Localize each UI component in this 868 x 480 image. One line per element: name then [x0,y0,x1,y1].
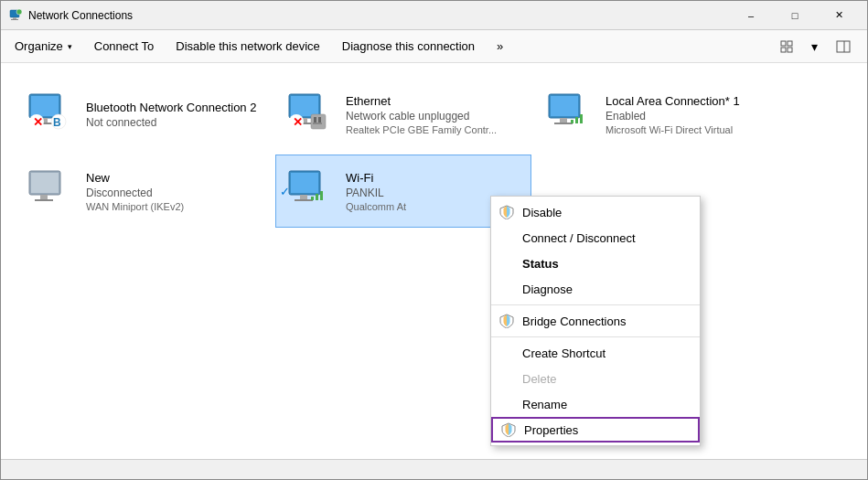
ctx-shortcut[interactable]: Create Shortcut [491,340,700,366]
svg-rect-31 [554,123,573,124]
wifi-info: Wi-Fi PANKIL Qualcomm At [346,171,406,212]
network-connections-window: Network Connections – □ ✕ Organize ▾ Con… [0,0,868,480]
more-button[interactable]: » [487,34,513,59]
bridge-shield-icon [498,313,515,329]
ctx-properties[interactable]: Properties [491,417,700,443]
minimize-button[interactable]: – [730,1,772,30]
network-item-local[interactable]: Local Area Connection* 1 Enabled Microso… [535,78,791,151]
svg-rect-11 [31,96,59,116]
context-menu: Disable Connect / Disconnect Status Diag… [490,196,701,446]
svg-rect-30 [560,118,567,123]
wifi-status: PANKIL [346,187,406,199]
wifi-detail: Qualcomm At [346,201,406,212]
ethernet-status: Network cable unplugged [346,110,497,123]
ctx-bridge[interactable]: Bridge Connections [491,308,700,334]
svg-rect-38 [35,199,53,201]
window-icon [8,8,23,23]
network-item-new[interactable]: New Disconnected WAN Miniport (IKEv2) [16,155,272,228]
maximize-button[interactable]: □ [774,1,816,30]
svg-rect-6 [781,48,786,52]
ethernet-icon-wrapper: ✕ [285,89,337,140]
window-controls: – □ ✕ [730,1,860,30]
svg-rect-36 [31,173,59,193]
svg-rect-26 [318,117,321,123]
local-name: Local Area Connection* 1 [605,94,740,108]
diagnose-connection-button[interactable]: Diagnose this connection [332,34,485,59]
view-options: ▾ [774,34,827,59]
bluetooth-status: Not connected [86,116,256,129]
disable-shield-icon [498,204,515,220]
network-item-ethernet[interactable]: ✕ Ethernet Network cable unplugged Realt… [275,78,531,151]
svg-rect-45 [320,191,323,200]
status-icon-spacer [498,255,515,272]
rename-icon-spacer [498,396,515,412]
ctx-diagnose[interactable]: Diagnose [491,276,700,302]
organize-button[interactable]: Organize ▾ [5,34,82,59]
shortcut-icon-spacer [498,345,515,361]
svg-rect-25 [314,117,316,123]
svg-rect-4 [781,41,786,46]
local-icon-wrapper [545,89,596,140]
view-mode-button[interactable] [774,34,799,59]
svg-rect-44 [316,194,318,200]
svg-rect-27 [313,123,322,124]
ethernet-info: Ethernet Network cable unplugged Realtek… [346,94,497,135]
connect-icon-spacer [498,229,515,246]
svg-text:✕: ✕ [33,115,43,129]
preview-pane-button[interactable] [830,34,856,59]
svg-rect-19 [291,96,318,116]
ctx-connect-disconnect[interactable]: Connect / Disconnect [491,225,700,251]
new-icon-wrapper [26,165,77,217]
svg-rect-43 [311,197,314,200]
bluetooth-name: Bluetooth Network Connection 2 [86,101,256,114]
svg-rect-7 [788,48,792,52]
diagnose-icon-spacer [498,281,515,297]
new-info: New Disconnected WAN Miniport (IKEv2) [86,171,184,212]
svg-rect-40 [291,173,318,193]
title-bar: Network Connections – □ ✕ [1,1,867,30]
status-bar [1,459,867,479]
ctx-rename[interactable]: Rename [491,391,700,417]
disable-network-button[interactable]: Disable this network device [166,34,330,59]
svg-rect-34 [580,114,583,123]
network-item-bluetooth[interactable]: ✕ B Bluetooth Network Connection 2 Not c… [16,78,272,151]
ethernet-name: Ethernet [346,94,497,108]
ctx-status[interactable]: Status [491,251,700,276]
new-detail: WAN Miniport (IKEv2) [86,201,184,212]
svg-rect-41 [300,195,307,199]
svg-rect-33 [575,117,578,123]
svg-rect-37 [40,195,48,199]
wifi-icon-wrapper [285,165,337,217]
svg-rect-5 [788,41,792,46]
svg-point-3 [16,9,22,15]
svg-text:B: B [53,116,61,129]
view-dropdown-button[interactable]: ▾ [801,34,827,59]
local-status: Enabled [605,110,740,123]
local-detail: Microsoft Wi-Fi Direct Virtual [605,124,740,135]
window-title: Network Connections [28,9,730,22]
delete-icon-spacer [498,370,515,387]
svg-rect-29 [551,96,578,116]
svg-rect-1 [13,17,16,19]
svg-rect-2 [11,19,18,20]
ctx-separator-1 [491,304,700,305]
new-name: New [86,171,184,185]
connect-to-button[interactable]: Connect To [84,34,165,59]
close-button[interactable]: ✕ [818,1,860,30]
svg-rect-8 [837,41,850,52]
toolbar: Organize ▾ Connect To Disable this netwo… [1,30,867,63]
ethernet-icon: ✕ [285,89,329,133]
ctx-delete: Delete [491,366,700,391]
bluetooth-icon-wrapper: ✕ B [26,89,77,140]
svg-text:✕: ✕ [293,115,303,129]
svg-rect-42 [295,199,313,201]
bluetooth-info: Bluetooth Network Connection 2 Not conne… [86,101,256,129]
ctx-disable[interactable]: Disable [491,199,700,225]
computer-icon: ✕ B [26,89,70,133]
local-info: Local Area Connection* 1 Enabled Microso… [605,94,740,135]
organize-arrow-icon: ▾ [68,42,72,51]
toolbar-right: ▾ [774,34,863,59]
properties-shield-icon [500,421,517,438]
content-area: ✕ B Bluetooth Network Connection 2 Not c… [1,63,867,459]
svg-rect-32 [571,120,573,123]
